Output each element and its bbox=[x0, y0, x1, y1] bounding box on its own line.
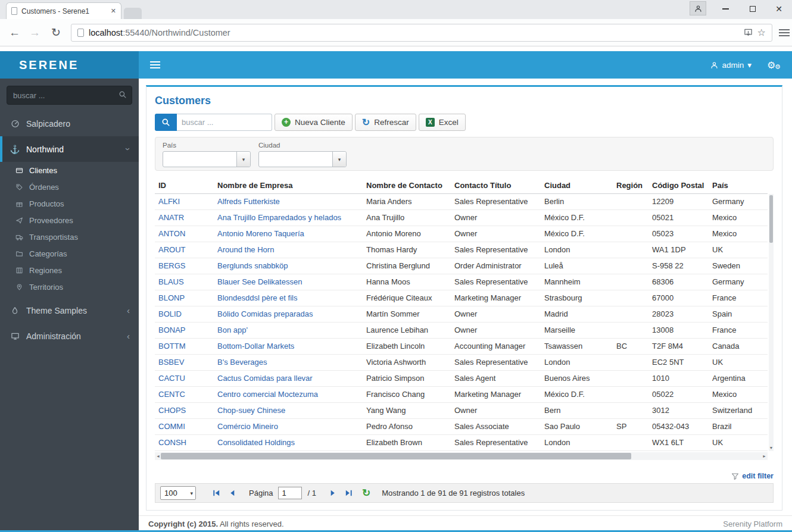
cell-company[interactable]: Centro comercial Moctezuma bbox=[214, 387, 363, 402]
cell-company[interactable]: Blondesddsl père et fils bbox=[214, 290, 363, 306]
cell-company[interactable]: Comércio Mineiro bbox=[214, 419, 363, 434]
sidebar-item-northwind[interactable]: ⚓ Northwind › bbox=[0, 136, 139, 162]
horizontal-scrollbar[interactable]: ◄ ► bbox=[155, 452, 768, 460]
window-minimize-button[interactable] bbox=[712, 0, 738, 18]
refresh-button[interactable]: ↻ Refrescar bbox=[355, 114, 416, 131]
table-row[interactable]: COMMI Comércio Mineiro Pedro Afonso Sale… bbox=[155, 419, 768, 435]
table-row[interactable]: BSBEV B's Beverages Victoria Ashworth Sa… bbox=[155, 355, 768, 371]
cell-id[interactable]: BERGS bbox=[155, 258, 214, 274]
column-header-company[interactable]: Nombre de Empresa bbox=[214, 178, 363, 193]
cell-company[interactable]: Around the Horn bbox=[214, 242, 363, 258]
column-header-contact[interactable]: Nombre de Contacto bbox=[363, 178, 451, 193]
cell-company[interactable]: Cactus Comidas para llevar bbox=[214, 371, 363, 386]
add-customer-button[interactable]: + Nueva Cliente bbox=[275, 114, 353, 131]
save-page-icon[interactable] bbox=[744, 28, 753, 37]
cell-id[interactable]: BOLID bbox=[155, 306, 214, 322]
sidebar-item-territorios[interactable]: Territorios bbox=[0, 278, 139, 295]
cell-id[interactable]: AROUT bbox=[155, 242, 214, 258]
country-dropdown-icon[interactable]: ▾ bbox=[236, 152, 250, 167]
column-header-region[interactable]: Región bbox=[613, 178, 648, 193]
sidebar-item-theme-samples[interactable]: Theme Samples ‹ bbox=[0, 298, 139, 323]
app-logo[interactable]: SERENE bbox=[0, 51, 139, 79]
cell-company[interactable]: Antonio Moreno Taquería bbox=[214, 226, 363, 242]
window-maximize-button[interactable] bbox=[740, 0, 766, 18]
page-number-input[interactable] bbox=[278, 487, 302, 499]
sidebar-search-input[interactable] bbox=[7, 86, 132, 105]
settings-gears-icon[interactable]: ⚙⚙ bbox=[767, 60, 781, 71]
cell-company[interactable]: Bottom-Dollar Markets bbox=[214, 339, 363, 354]
cell-company[interactable]: Bon app' bbox=[214, 323, 363, 338]
cell-id[interactable]: COMMI bbox=[155, 419, 214, 434]
cell-company[interactable]: Bólido Comidas preparadas bbox=[214, 306, 363, 322]
table-row[interactable]: CHOPS Chop-suey Chinese Yang Wang Owner … bbox=[155, 403, 768, 419]
cell-id[interactable]: ALFKI bbox=[155, 194, 214, 209]
scroll-left-icon[interactable]: ◄ bbox=[156, 452, 160, 460]
cell-id[interactable]: CHOPS bbox=[155, 403, 214, 418]
window-close-button[interactable]: ✕ bbox=[766, 0, 792, 18]
sidebar-item-clientes[interactable]: Clientes bbox=[0, 162, 139, 179]
tab-close-icon[interactable]: ✕ bbox=[111, 7, 116, 15]
user-menu[interactable]: admin ▾ bbox=[710, 60, 752, 70]
page-size-select[interactable]: 100 ▾ bbox=[160, 486, 196, 500]
column-header-title[interactable]: Contacto Título bbox=[451, 178, 541, 193]
sidebar-item-categorias[interactable]: Categorías bbox=[0, 245, 139, 262]
table-row[interactable]: BOTTM Bottom-Dollar Markets Elizabeth Li… bbox=[155, 339, 768, 355]
column-header-postal[interactable]: Código Postal bbox=[648, 178, 709, 193]
cell-id[interactable]: CENTC bbox=[155, 387, 214, 402]
excel-button[interactable]: X Excel bbox=[419, 114, 466, 131]
table-row[interactable]: ALFKI Alfreds Futterkiste Maria Anders S… bbox=[155, 194, 768, 210]
scroll-right-icon[interactable]: ► bbox=[762, 452, 766, 460]
pager-refresh-icon[interactable]: ↻ bbox=[362, 487, 370, 499]
cell-company[interactable]: B's Beverages bbox=[214, 355, 363, 370]
cell-id[interactable]: CACTU bbox=[155, 371, 214, 386]
table-row[interactable]: ANTON Antonio Moreno Taquería Antonio Mo… bbox=[155, 226, 768, 242]
table-row[interactable]: BOLID Bólido Comidas preparadas Martín S… bbox=[155, 306, 768, 323]
table-row[interactable]: CONSH Consolidated Holdings Elizabeth Br… bbox=[155, 435, 768, 451]
city-dropdown-icon[interactable]: ▾ bbox=[332, 152, 346, 167]
cell-company[interactable]: Blauer See Delikatessen bbox=[214, 274, 363, 290]
cell-id[interactable]: BLONP bbox=[155, 290, 214, 306]
cell-company[interactable]: Consolidated Holdings bbox=[214, 435, 363, 450]
table-row[interactable]: ANATR Ana Trujillo Emparedados y helados… bbox=[155, 210, 768, 226]
new-tab-button[interactable] bbox=[124, 8, 142, 19]
last-page-button[interactable] bbox=[344, 488, 354, 499]
cell-id[interactable]: CONSH bbox=[155, 435, 214, 450]
cell-id[interactable]: BONAP bbox=[155, 323, 214, 338]
cell-id[interactable]: BLAUS bbox=[155, 274, 214, 290]
back-icon[interactable]: ← bbox=[9, 27, 20, 38]
browser-menu-icon[interactable] bbox=[779, 27, 790, 38]
sidebar-item-transportistas[interactable]: Transportistas bbox=[0, 229, 139, 245]
table-row[interactable]: CENTC Centro comercial Moctezuma Francis… bbox=[155, 387, 768, 403]
vertical-scroll-thumb[interactable] bbox=[769, 195, 773, 243]
horizontal-scroll-thumb[interactable] bbox=[161, 453, 631, 459]
browser-profile-button[interactable] bbox=[690, 1, 706, 15]
cell-id[interactable]: BSBEV bbox=[155, 355, 214, 370]
grid-search-button[interactable] bbox=[155, 114, 177, 131]
city-filter-select[interactable]: ▾ bbox=[258, 151, 347, 167]
first-page-button[interactable] bbox=[211, 488, 222, 499]
sidebar-item-administracion[interactable]: Administración ‹ bbox=[0, 323, 139, 349]
cell-company[interactable]: Chop-suey Chinese bbox=[214, 403, 363, 418]
sidebar-item-ordenes[interactable]: Órdenes bbox=[0, 179, 139, 195]
table-row[interactable]: BLAUS Blauer See Delikatessen Hanna Moos… bbox=[155, 274, 768, 290]
forward-icon[interactable]: → bbox=[29, 27, 40, 38]
table-row[interactable]: BONAP Bon app' Laurence Lebihan Owner Ma… bbox=[155, 323, 768, 339]
cell-id[interactable]: BOTTM bbox=[155, 339, 214, 354]
cell-id[interactable]: ANTON bbox=[155, 226, 214, 242]
next-page-button[interactable] bbox=[328, 488, 338, 499]
bookmark-star-icon[interactable]: ☆ bbox=[757, 28, 766, 37]
column-header-city[interactable]: Ciudad bbox=[541, 178, 613, 193]
edit-filter-link[interactable]: edit filter bbox=[742, 472, 774, 480]
grid-search-input[interactable] bbox=[177, 114, 272, 131]
prev-page-button[interactable] bbox=[227, 488, 238, 499]
table-row[interactable]: BERGS Berglunds snabbköp Christina Bergl… bbox=[155, 258, 768, 274]
table-row[interactable]: BLONP Blondesddsl père et fils Frédériqu… bbox=[155, 290, 768, 306]
column-header-country[interactable]: País bbox=[709, 178, 768, 193]
sidebar-item-regiones[interactable]: Regiones bbox=[0, 262, 139, 278]
vertical-scrollbar[interactable]: ▼ bbox=[769, 194, 774, 451]
address-bar[interactable]: localhost:55440/Northwind/Customer ☆ bbox=[71, 24, 772, 42]
country-filter-select[interactable]: ▾ bbox=[163, 151, 251, 167]
cell-id[interactable]: ANATR bbox=[155, 210, 214, 226]
cell-company[interactable]: Berglunds snabbköp bbox=[214, 258, 363, 274]
table-row[interactable]: AROUT Around the Horn Thomas Hardy Sales… bbox=[155, 242, 768, 258]
